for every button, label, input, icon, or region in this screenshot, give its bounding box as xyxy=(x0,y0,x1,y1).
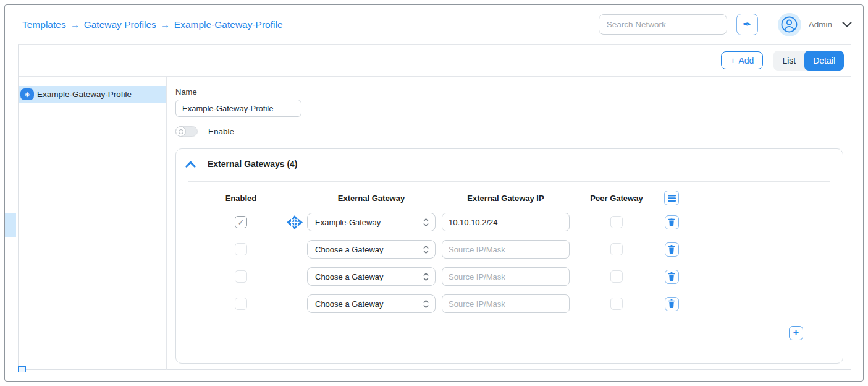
breadcrumb: Templates → Gateway Profiles → Example-G… xyxy=(22,19,283,30)
column-header-external-gateway: External Gateway xyxy=(307,194,436,203)
content-panel: + Add List Detail ◈ Example-Gateway-Prof… xyxy=(18,44,851,370)
peer-checkbox[interactable] xyxy=(610,216,623,228)
breadcrumb-gateway-profiles[interactable]: Gateway Profiles xyxy=(84,19,156,30)
search-input[interactable] xyxy=(599,14,727,35)
sidebar-item-label: Example-Gateway-Profile xyxy=(37,90,132,99)
enable-row: Enable xyxy=(175,126,843,137)
gateway-table-row: Choose a Gateway xyxy=(219,236,843,263)
breadcrumb-current-profile[interactable]: Example-Gateway-Profile xyxy=(174,19,283,30)
breadcrumb-arrow-icon: → xyxy=(161,19,170,30)
detail-view-button[interactable]: Detail xyxy=(804,51,844,71)
gateway-table-header: Enabled External Gateway External Gatewa… xyxy=(219,187,843,208)
gateway-table-body: ✓ Example-Gateway xyxy=(219,208,843,317)
trash-icon xyxy=(668,272,675,281)
trash-icon xyxy=(668,299,675,308)
list-view-button[interactable]: List xyxy=(773,51,804,71)
external-gateways-card: External Gateways (4) Enabled External G… xyxy=(175,148,843,364)
enabled-checkbox[interactable] xyxy=(235,298,247,310)
card-divider xyxy=(188,181,830,182)
delete-row-button[interactable] xyxy=(665,215,679,229)
gateway-profile-icon: ◈ xyxy=(20,88,34,100)
user-avatar-icon xyxy=(781,16,798,33)
gateway-select-value: Example-Gateway xyxy=(315,218,423,227)
gateway-table-row: Choose a Gateway xyxy=(219,263,843,290)
gateway-ip-input[interactable] xyxy=(442,240,570,259)
column-header-external-gateway-ip: External Gateway IP xyxy=(442,194,570,203)
table-menu-cell xyxy=(664,191,680,205)
sidebar-drawer-handle[interactable] xyxy=(5,213,16,237)
profiles-sidebar: ◈ Example-Gateway-Profile xyxy=(19,77,167,370)
plus-icon: + xyxy=(730,56,735,66)
select-stepper-icon xyxy=(423,218,429,227)
pencil-icon: ✒ xyxy=(743,18,751,31)
gateway-select[interactable]: Choose a Gateway xyxy=(307,294,436,313)
gateway-select-value: Choose a Gateway xyxy=(315,245,423,254)
select-stepper-icon xyxy=(423,299,429,309)
gateway-select-value: Choose a Gateway xyxy=(315,272,423,281)
view-toggle: List Detail xyxy=(773,51,844,71)
edit-pencil-button[interactable]: ✒ xyxy=(736,14,758,35)
add-gateway-row: + xyxy=(176,326,803,340)
toggle-knob xyxy=(175,126,186,137)
top-header: Templates → Gateway Profiles → Example-G… xyxy=(5,5,863,44)
panel-body: ◈ Example-Gateway-Profile Name Enable xyxy=(19,77,851,370)
sidebar-item-example-gateway-profile[interactable]: ◈ Example-Gateway-Profile xyxy=(19,86,166,103)
gateway-ip-input[interactable] xyxy=(442,213,570,231)
table-menu-button[interactable] xyxy=(664,191,679,205)
delete-row-button[interactable] xyxy=(665,270,679,284)
card-title: External Gateways (4) xyxy=(208,159,298,169)
select-stepper-icon xyxy=(423,272,429,281)
user-menu-button[interactable] xyxy=(842,22,852,27)
gateway-table-row: Choose a Gateway xyxy=(219,290,843,317)
app-window: Templates → Gateway Profiles → Example-G… xyxy=(4,4,864,382)
chevron-up-icon xyxy=(185,161,196,168)
enabled-checkbox[interactable]: ✓ xyxy=(235,216,247,228)
gateway-ip-input[interactable] xyxy=(442,294,570,313)
clipped-corner-element xyxy=(18,366,26,372)
user-avatar[interactable] xyxy=(778,13,801,36)
add-button[interactable]: + Add xyxy=(721,51,763,69)
gateway-select[interactable]: Choose a Gateway xyxy=(307,267,436,286)
enable-toggle[interactable] xyxy=(175,126,198,137)
plus-icon: + xyxy=(793,328,799,338)
peer-checkbox[interactable] xyxy=(610,270,623,283)
gateway-select[interactable]: Example-Gateway xyxy=(307,213,436,231)
gateway-table-row: ✓ Example-Gateway xyxy=(219,208,843,236)
enabled-checkbox[interactable] xyxy=(235,243,247,255)
peer-checkbox[interactable] xyxy=(610,243,623,255)
menu-icon xyxy=(668,195,676,202)
breadcrumb-templates[interactable]: Templates xyxy=(22,19,66,30)
gateway-select-value: Choose a Gateway xyxy=(315,299,423,309)
admin-user-label: Admin xyxy=(809,20,832,29)
peer-checkbox[interactable] xyxy=(610,298,623,310)
add-button-label: Add xyxy=(738,56,754,66)
profile-detail-form: Name Enable E xyxy=(167,77,851,370)
column-header-enabled: Enabled xyxy=(219,194,263,203)
add-gateway-button[interactable]: + xyxy=(789,326,803,340)
gateway-ip-input[interactable] xyxy=(442,267,570,286)
delete-row-button[interactable] xyxy=(665,242,679,257)
name-input[interactable] xyxy=(175,100,301,117)
name-field-label: Name xyxy=(175,87,843,96)
panel-toolbar: + Add List Detail xyxy=(19,45,851,77)
trash-icon xyxy=(668,218,675,226)
enabled-checkbox[interactable] xyxy=(235,270,247,283)
trash-icon xyxy=(668,245,675,254)
collapse-section-button[interactable] xyxy=(185,161,196,168)
delete-row-button[interactable] xyxy=(665,297,679,311)
card-header: External Gateways (4) xyxy=(176,149,843,169)
gateway-icon xyxy=(287,215,303,229)
enable-label: Enable xyxy=(208,127,234,136)
column-header-peer-gateway: Peer Gateway xyxy=(570,194,664,203)
gateway-table: Enabled External Gateway External Gatewa… xyxy=(176,187,843,317)
header-actions: ✒ Admin xyxy=(599,13,852,36)
gateway-select[interactable]: Choose a Gateway xyxy=(307,240,436,259)
breadcrumb-arrow-icon: → xyxy=(70,19,80,30)
select-stepper-icon xyxy=(423,245,429,254)
chevron-down-icon xyxy=(842,22,852,27)
